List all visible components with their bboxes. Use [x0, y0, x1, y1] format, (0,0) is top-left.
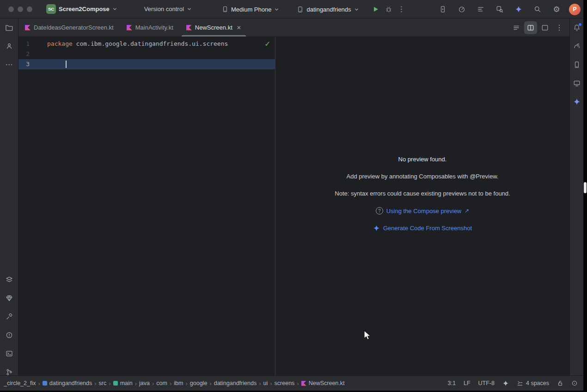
problems-tool-button[interactable] — [3, 329, 16, 342]
more-tool-windows-button[interactable]: ⋯ — [3, 58, 16, 71]
line-number[interactable]: 1 — [18, 39, 47, 49]
write-access-widget[interactable] — [557, 380, 563, 386]
help-link-text[interactable]: Using the Compose preview — [386, 208, 462, 214]
android-studio-window: SC Screen2Compose Version control Medium… — [0, 0, 587, 392]
kotlin-file-icon — [25, 25, 31, 31]
tab-mainactivity[interactable]: MainActivity.kt — [120, 18, 180, 37]
breadcrumb-item[interactable]: com — [156, 380, 167, 386]
run-button[interactable] — [369, 3, 382, 16]
build-variants-tool-button[interactable] — [3, 273, 16, 286]
code-editor[interactable]: 1 package com.ibm.google.datingandfriend… — [18, 37, 275, 375]
run-configuration-label: datingandfriends — [306, 6, 351, 13]
profiler-button[interactable] — [455, 3, 468, 16]
breadcrumb-separator-icon: › — [297, 380, 299, 387]
help-question-icon: ? — [376, 207, 383, 214]
logcat-button[interactable] — [474, 3, 487, 16]
line-separator-widget[interactable]: LF — [464, 380, 471, 386]
more-vertical-icon: ⋮ — [556, 24, 563, 31]
notification-badge — [579, 23, 581, 26]
breadcrumb-item[interactable]: src — [99, 380, 107, 386]
breadcrumb-item[interactable]: google — [190, 380, 208, 386]
zoom-window-button[interactable] — [27, 6, 32, 12]
ai-status-widget[interactable] — [502, 380, 509, 386]
breadcrumb-item[interactable]: _circle_2_fix — [4, 380, 36, 386]
running-devices-tool-button[interactable] — [570, 77, 583, 90]
tab-label: MainActivity.kt — [135, 24, 173, 31]
view-mode-split-button[interactable] — [524, 21, 537, 34]
more-vertical-icon: ⋮ — [398, 6, 405, 13]
status-bar: _circle_2_fix › datingandfriends › src ›… — [0, 375, 583, 391]
editor-tab-bar: DateIdeasGeneratorScreen.kt MainActivity… — [18, 18, 569, 37]
caret-position-widget[interactable]: 3:1 — [448, 380, 456, 386]
breadcrumb-separator-icon: › — [135, 380, 137, 387]
terminal-tool-button[interactable] — [3, 347, 16, 360]
indent-widget[interactable]: 4 spaces — [517, 380, 549, 386]
breadcrumb-separator-icon: › — [94, 380, 96, 387]
avatar[interactable]: P — [569, 4, 581, 15]
breadcrumb-item[interactable]: datingandfriends — [43, 380, 92, 386]
gradle-tool-button[interactable] — [570, 40, 583, 53]
code-text: com.ibm.google.datingandfriends.ui.scree… — [73, 40, 228, 47]
title-bar: SC Screen2Compose Version control Medium… — [0, 0, 583, 18]
close-tab-icon[interactable]: ✕ — [237, 24, 241, 31]
preview-note-line: Note: syntax errors could cause existing… — [335, 190, 510, 197]
generate-link-text[interactable]: Generate Code From Screenshot — [383, 225, 472, 232]
editor-caret-line[interactable]: 3 — [18, 59, 275, 69]
editor-options-button[interactable]: ⋮ — [553, 21, 566, 34]
running-devices-button[interactable] — [436, 3, 449, 16]
project-name: Screen2Compose — [59, 6, 110, 12]
editor-line[interactable]: 2 — [18, 49, 275, 59]
view-mode-code-button[interactable] — [510, 21, 523, 34]
tab-newscreen[interactable]: NewScreen.kt ✕ — [180, 18, 248, 37]
gemini-button[interactable] — [512, 3, 525, 16]
breadcrumb-item[interactable]: screens — [275, 380, 295, 386]
preview-hint-line: Add preview by annotating Composables wi… — [347, 173, 499, 180]
line-number[interactable]: 2 — [18, 49, 47, 59]
inspections-widget[interactable] — [571, 380, 578, 386]
generate-code-from-screenshot-link[interactable]: Generate Code From Screenshot — [373, 225, 472, 232]
line-number[interactable]: 3 — [18, 59, 47, 69]
project-tool-button[interactable] — [3, 21, 16, 34]
close-window-button[interactable] — [8, 6, 14, 12]
no-preview-title: No preview found. — [398, 156, 447, 163]
breadcrumb-separator-icon: › — [38, 380, 40, 387]
vcs-widget[interactable]: Version control — [141, 3, 196, 16]
tab-label: NewScreen.kt — [195, 24, 232, 31]
breadcrumb-item-file[interactable]: NewScreen.kt — [301, 380, 345, 386]
minimize-window-button[interactable] — [18, 6, 23, 12]
tab-dateideasgeneratorscreen[interactable]: DateIdeasGeneratorScreen.kt — [18, 18, 120, 37]
encoding-widget[interactable]: UTF-8 — [478, 380, 495, 386]
breadcrumb-item[interactable]: main — [113, 380, 133, 386]
text-caret — [66, 61, 67, 68]
device-manager-tool-button[interactable] — [570, 58, 583, 71]
debug-button[interactable] — [382, 3, 395, 16]
status-bar-widgets: 3:1 LF UTF-8 4 spaces — [448, 380, 578, 386]
scrollbar-thumb[interactable] — [584, 182, 587, 193]
app-inspection-button[interactable] — [493, 3, 506, 16]
breadcrumb-separator-icon: › — [259, 380, 261, 387]
more-run-actions-button[interactable]: ⋮ — [395, 3, 408, 16]
more-horizontal-icon: ⋯ — [6, 61, 13, 68]
gemini-tool-button[interactable] — [570, 95, 583, 108]
window-controls — [8, 6, 32, 12]
structure-tool-button[interactable] — [3, 40, 16, 53]
editor-line[interactable]: 1 package com.ibm.google.datingandfriend… — [18, 39, 275, 49]
search-everywhere-button[interactable] — [531, 3, 544, 16]
inspection-ok-icon[interactable]: ✓ — [264, 40, 270, 48]
notifications-button[interactable] — [570, 21, 583, 34]
breadcrumb-item[interactable]: datingandfriends — [214, 380, 257, 386]
indent-icon — [517, 380, 523, 386]
view-mode-design-button[interactable] — [538, 21, 551, 34]
device-selector[interactable]: Medium Phone — [218, 3, 283, 16]
resource-manager-tool-button[interactable] — [3, 292, 16, 305]
project-widget[interactable]: SC Screen2Compose — [43, 3, 121, 16]
project-icon: SC — [46, 4, 56, 14]
compose-preview-help-link[interactable]: ? Using the Compose preview ↗ — [376, 207, 470, 214]
build-tool-button[interactable] — [3, 310, 16, 323]
run-configuration-selector[interactable]: datingandfriends — [293, 3, 362, 16]
toolbar-right: ⚙ P — [436, 3, 581, 16]
settings-button[interactable]: ⚙ — [550, 3, 563, 16]
breadcrumb-item[interactable]: ui — [263, 380, 268, 386]
breadcrumb-item[interactable]: java — [139, 380, 150, 386]
breadcrumb-item[interactable]: ibm — [174, 380, 183, 386]
